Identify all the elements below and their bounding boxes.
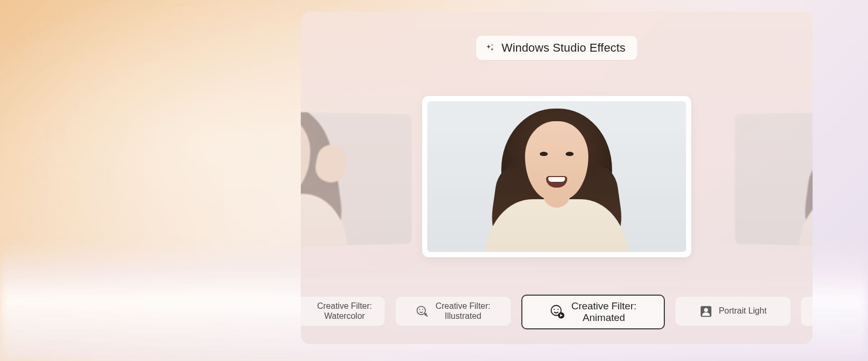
sparkle-icon: [484, 43, 495, 53]
svg-point-1: [419, 309, 421, 310]
studio-effects-window: Windows Studio Effects: [301, 12, 813, 344]
svg-point-8: [704, 308, 708, 311]
filter-animated[interactable]: Creative Filter: Animated: [521, 295, 665, 329]
filter-portrait-light-label: Portrait Light: [719, 306, 767, 316]
face-pencil-icon: [416, 305, 430, 318]
svg-point-5: [557, 309, 558, 310]
preview-image-prev: [301, 109, 412, 250]
filter-next[interactable]: [801, 297, 813, 326]
preview-strip: [301, 96, 813, 257]
preview-image-active: [427, 101, 686, 252]
preview-image-next: [735, 109, 813, 250]
filter-watercolor[interactable]: Creative Filter: Watercolor: [301, 297, 385, 326]
svg-point-2: [423, 309, 424, 310]
svg-point-4: [554, 309, 555, 310]
filter-illustrated-label: Creative Filter: Illustrated: [435, 301, 490, 321]
filter-strip: Creative Filter: Watercolor Creative Fil…: [301, 295, 813, 331]
header-pill[interactable]: Windows Studio Effects: [476, 36, 637, 60]
filter-watercolor-label: Creative Filter: Watercolor: [317, 301, 372, 321]
preview-card-active: [422, 96, 691, 257]
face-play-icon: [550, 304, 566, 320]
svg-point-0: [417, 306, 426, 315]
preview-card-prev[interactable]: [301, 109, 412, 250]
filter-animated-label: Creative Filter: Animated: [571, 300, 637, 324]
filter-portrait-light[interactable]: Portrait Light: [675, 297, 790, 326]
header-title: Windows Studio Effects: [501, 41, 625, 55]
preview-card-next[interactable]: [735, 109, 813, 250]
filter-illustrated[interactable]: Creative Filter: Illustrated: [396, 297, 511, 326]
person-square-icon: [699, 305, 713, 318]
